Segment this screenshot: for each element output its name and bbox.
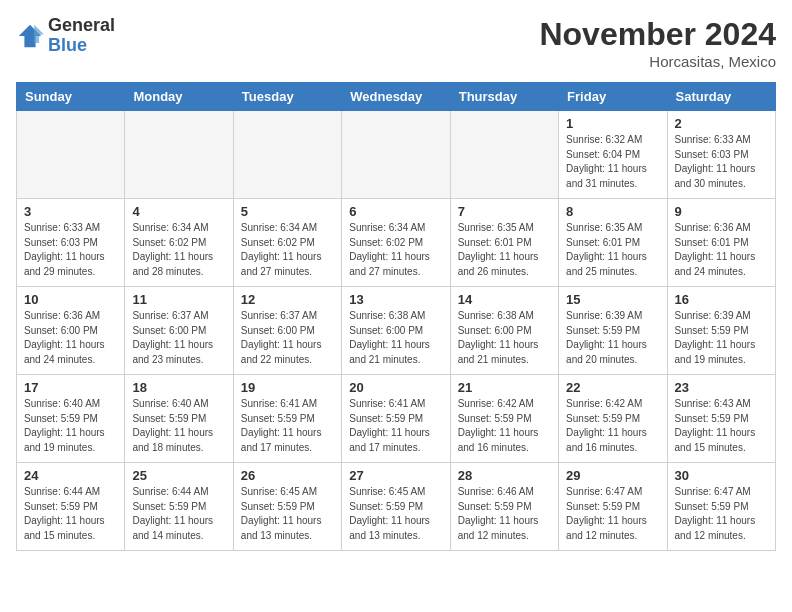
calendar-cell: 3Sunrise: 6:33 AM Sunset: 6:03 PM Daylig… (17, 199, 125, 287)
calendar-cell (450, 111, 558, 199)
calendar-cell: 22Sunrise: 6:42 AM Sunset: 5:59 PM Dayli… (559, 375, 667, 463)
page-header: General Blue November 2024 Horcasitas, M… (16, 16, 776, 70)
calendar-cell (342, 111, 450, 199)
day-info: Sunrise: 6:33 AM Sunset: 6:03 PM Dayligh… (675, 133, 768, 191)
day-info: Sunrise: 6:34 AM Sunset: 6:02 PM Dayligh… (241, 221, 334, 279)
week-row-2: 3Sunrise: 6:33 AM Sunset: 6:03 PM Daylig… (17, 199, 776, 287)
calendar-cell: 25Sunrise: 6:44 AM Sunset: 5:59 PM Dayli… (125, 463, 233, 551)
month-title: November 2024 (539, 16, 776, 53)
header-row: SundayMondayTuesdayWednesdayThursdayFrid… (17, 83, 776, 111)
day-info: Sunrise: 6:32 AM Sunset: 6:04 PM Dayligh… (566, 133, 659, 191)
day-number: 23 (675, 380, 768, 395)
calendar-cell: 29Sunrise: 6:47 AM Sunset: 5:59 PM Dayli… (559, 463, 667, 551)
day-number: 8 (566, 204, 659, 219)
day-info: Sunrise: 6:35 AM Sunset: 6:01 PM Dayligh… (458, 221, 551, 279)
calendar-cell: 17Sunrise: 6:40 AM Sunset: 5:59 PM Dayli… (17, 375, 125, 463)
day-info: Sunrise: 6:38 AM Sunset: 6:00 PM Dayligh… (349, 309, 442, 367)
day-info: Sunrise: 6:37 AM Sunset: 6:00 PM Dayligh… (241, 309, 334, 367)
col-header-sunday: Sunday (17, 83, 125, 111)
calendar-cell: 16Sunrise: 6:39 AM Sunset: 5:59 PM Dayli… (667, 287, 775, 375)
calendar-cell: 2Sunrise: 6:33 AM Sunset: 6:03 PM Daylig… (667, 111, 775, 199)
day-info: Sunrise: 6:36 AM Sunset: 6:00 PM Dayligh… (24, 309, 117, 367)
day-info: Sunrise: 6:45 AM Sunset: 5:59 PM Dayligh… (241, 485, 334, 543)
day-info: Sunrise: 6:42 AM Sunset: 5:59 PM Dayligh… (566, 397, 659, 455)
calendar-cell: 7Sunrise: 6:35 AM Sunset: 6:01 PM Daylig… (450, 199, 558, 287)
logo-icon (16, 22, 44, 50)
calendar-cell (17, 111, 125, 199)
day-info: Sunrise: 6:46 AM Sunset: 5:59 PM Dayligh… (458, 485, 551, 543)
logo-text: General Blue (48, 16, 115, 56)
calendar-cell: 12Sunrise: 6:37 AM Sunset: 6:00 PM Dayli… (233, 287, 341, 375)
day-number: 11 (132, 292, 225, 307)
day-info: Sunrise: 6:41 AM Sunset: 5:59 PM Dayligh… (241, 397, 334, 455)
day-info: Sunrise: 6:38 AM Sunset: 6:00 PM Dayligh… (458, 309, 551, 367)
calendar-table: SundayMondayTuesdayWednesdayThursdayFrid… (16, 82, 776, 551)
calendar-cell: 14Sunrise: 6:38 AM Sunset: 6:00 PM Dayli… (450, 287, 558, 375)
day-info: Sunrise: 6:44 AM Sunset: 5:59 PM Dayligh… (24, 485, 117, 543)
col-header-friday: Friday (559, 83, 667, 111)
day-number: 25 (132, 468, 225, 483)
day-number: 5 (241, 204, 334, 219)
day-number: 14 (458, 292, 551, 307)
calendar-cell: 4Sunrise: 6:34 AM Sunset: 6:02 PM Daylig… (125, 199, 233, 287)
day-number: 10 (24, 292, 117, 307)
day-info: Sunrise: 6:34 AM Sunset: 6:02 PM Dayligh… (132, 221, 225, 279)
day-number: 26 (241, 468, 334, 483)
day-info: Sunrise: 6:35 AM Sunset: 6:01 PM Dayligh… (566, 221, 659, 279)
day-number: 24 (24, 468, 117, 483)
calendar-cell: 27Sunrise: 6:45 AM Sunset: 5:59 PM Dayli… (342, 463, 450, 551)
day-info: Sunrise: 6:47 AM Sunset: 5:59 PM Dayligh… (566, 485, 659, 543)
week-row-4: 17Sunrise: 6:40 AM Sunset: 5:59 PM Dayli… (17, 375, 776, 463)
col-header-monday: Monday (125, 83, 233, 111)
day-info: Sunrise: 6:41 AM Sunset: 5:59 PM Dayligh… (349, 397, 442, 455)
day-number: 15 (566, 292, 659, 307)
day-number: 2 (675, 116, 768, 131)
calendar-cell (233, 111, 341, 199)
title-block: November 2024 Horcasitas, Mexico (539, 16, 776, 70)
logo-blue: Blue (48, 36, 115, 56)
calendar-cell: 15Sunrise: 6:39 AM Sunset: 5:59 PM Dayli… (559, 287, 667, 375)
calendar-cell: 6Sunrise: 6:34 AM Sunset: 6:02 PM Daylig… (342, 199, 450, 287)
day-number: 7 (458, 204, 551, 219)
day-info: Sunrise: 6:42 AM Sunset: 5:59 PM Dayligh… (458, 397, 551, 455)
day-info: Sunrise: 6:39 AM Sunset: 5:59 PM Dayligh… (566, 309, 659, 367)
calendar-cell: 9Sunrise: 6:36 AM Sunset: 6:01 PM Daylig… (667, 199, 775, 287)
day-info: Sunrise: 6:40 AM Sunset: 5:59 PM Dayligh… (132, 397, 225, 455)
calendar-cell: 11Sunrise: 6:37 AM Sunset: 6:00 PM Dayli… (125, 287, 233, 375)
day-info: Sunrise: 6:40 AM Sunset: 5:59 PM Dayligh… (24, 397, 117, 455)
day-number: 16 (675, 292, 768, 307)
day-info: Sunrise: 6:37 AM Sunset: 6:00 PM Dayligh… (132, 309, 225, 367)
calendar-cell: 24Sunrise: 6:44 AM Sunset: 5:59 PM Dayli… (17, 463, 125, 551)
calendar-cell: 21Sunrise: 6:42 AM Sunset: 5:59 PM Dayli… (450, 375, 558, 463)
col-header-tuesday: Tuesday (233, 83, 341, 111)
day-number: 28 (458, 468, 551, 483)
day-info: Sunrise: 6:47 AM Sunset: 5:59 PM Dayligh… (675, 485, 768, 543)
day-number: 18 (132, 380, 225, 395)
day-number: 4 (132, 204, 225, 219)
calendar-cell: 26Sunrise: 6:45 AM Sunset: 5:59 PM Dayli… (233, 463, 341, 551)
logo: General Blue (16, 16, 115, 56)
day-number: 12 (241, 292, 334, 307)
day-number: 30 (675, 468, 768, 483)
day-number: 21 (458, 380, 551, 395)
week-row-5: 24Sunrise: 6:44 AM Sunset: 5:59 PM Dayli… (17, 463, 776, 551)
day-number: 22 (566, 380, 659, 395)
col-header-wednesday: Wednesday (342, 83, 450, 111)
week-row-3: 10Sunrise: 6:36 AM Sunset: 6:00 PM Dayli… (17, 287, 776, 375)
calendar-cell: 28Sunrise: 6:46 AM Sunset: 5:59 PM Dayli… (450, 463, 558, 551)
calendar-cell (125, 111, 233, 199)
day-number: 17 (24, 380, 117, 395)
calendar-cell: 5Sunrise: 6:34 AM Sunset: 6:02 PM Daylig… (233, 199, 341, 287)
calendar-cell: 20Sunrise: 6:41 AM Sunset: 5:59 PM Dayli… (342, 375, 450, 463)
calendar-cell: 18Sunrise: 6:40 AM Sunset: 5:59 PM Dayli… (125, 375, 233, 463)
calendar-cell: 8Sunrise: 6:35 AM Sunset: 6:01 PM Daylig… (559, 199, 667, 287)
col-header-thursday: Thursday (450, 83, 558, 111)
day-number: 19 (241, 380, 334, 395)
day-number: 13 (349, 292, 442, 307)
svg-marker-1 (34, 25, 44, 43)
day-info: Sunrise: 6:43 AM Sunset: 5:59 PM Dayligh… (675, 397, 768, 455)
logo-general: General (48, 16, 115, 36)
col-header-saturday: Saturday (667, 83, 775, 111)
day-number: 20 (349, 380, 442, 395)
day-info: Sunrise: 6:39 AM Sunset: 5:59 PM Dayligh… (675, 309, 768, 367)
